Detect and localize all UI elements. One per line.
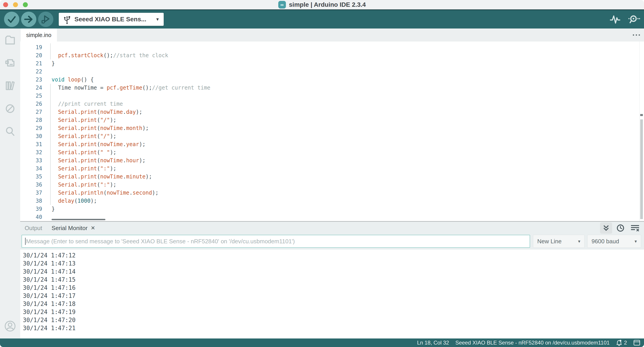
code-line[interactable]: Serial.print(nowTime.month); [52,124,617,132]
verify-button[interactable] [4,12,19,27]
serial-plotter-button[interactable] [608,13,622,26]
library-icon [3,80,17,92]
sidebar-item-sketchbook[interactable] [0,29,20,51]
account-icon [4,320,16,332]
titlebar: ∞ simple | Arduino IDE 2.3.4 [0,0,644,10]
code-line[interactable] [52,213,617,221]
serial-output-line: 30/1/24 1:47:15 [20,276,644,284]
toolbar: Seeed XIAO BLE Sens... ▾ [0,10,644,29]
sidebar-item-search[interactable] [0,120,20,143]
overview-ruler-mark [640,114,643,116]
serial-message-input[interactable]: Message (Enter to send message to 'Seeed… [22,235,530,248]
line-number[interactable]: 34 [20,165,45,173]
line-number[interactable]: 28 [20,116,45,124]
tab-simple-ino[interactable]: simple.ino [21,29,57,42]
line-number[interactable]: 38 [20,197,45,205]
code-line[interactable]: void loop() { [52,76,617,84]
line-number[interactable]: 19 [20,43,45,51]
clear-output-icon [630,224,640,232]
line-number[interactable]: 37 [20,189,45,197]
timestamp-icon [616,224,625,232]
code-line[interactable]: } [52,60,617,68]
tab-output[interactable]: Output [25,225,42,232]
sidebar-item-debug[interactable] [0,97,20,120]
code-line[interactable]: Serial.print(":"); [52,165,617,173]
sidebar-item-account[interactable] [0,316,20,336]
line-number[interactable]: 21 [20,60,45,68]
code-line[interactable] [52,43,617,51]
zoom-window-button[interactable] [23,2,28,7]
collapse-panel-button[interactable] [600,222,612,234]
verify-icon [4,12,19,27]
code-line[interactable]: Serial.print("/"); [52,116,617,124]
serial-output-line: 30/1/24 1:47:21 [20,324,644,332]
minimize-window-button[interactable] [13,2,18,7]
horizontal-scrollbar[interactable] [52,219,106,220]
chevron-down-icon: ▾ [634,239,637,244]
code-line[interactable]: Serial.print(nowTime.day); [52,108,617,116]
usb-icon [64,14,70,24]
line-number[interactable]: 31 [20,140,45,148]
line-number[interactable]: 22 [20,68,45,76]
code-line[interactable]: Serial.print(nowTime.minute); [52,173,617,181]
clear-output-button[interactable] [629,222,641,234]
text-caret [25,238,26,245]
line-number[interactable]: 33 [20,156,45,165]
sidebar-item-library-manager[interactable] [0,74,20,97]
code-line[interactable]: delay(1000); [52,197,617,205]
upload-button[interactable] [21,12,36,27]
serial-output-line: 30/1/24 1:47:12 [20,251,644,259]
code-line[interactable]: Serial.print(nowTime.hour); [52,156,617,165]
line-ending-select[interactable]: New Line ▾ [533,235,584,248]
line-number[interactable]: 36 [20,181,45,189]
close-icon[interactable]: ✕ [90,225,95,231]
line-number[interactable]: 29 [20,124,45,132]
panel-layout-icon [633,339,640,346]
line-number[interactable]: 25 [20,92,45,100]
code-line[interactable]: Serial.print(":"); [52,181,617,189]
code-line[interactable]: Serial.print(nowTime.year); [52,140,617,148]
code-editor[interactable]: 1920212223242526272829303132333435363738… [20,42,644,221]
chevron-down-icon: ▾ [578,239,580,244]
code-line[interactable]: Serial.println(nowTime.second); [52,189,617,197]
debug-icon [38,12,53,27]
tab-serial-monitor[interactable]: Serial Monitor ✕ [52,225,95,232]
line-number[interactable]: 30 [20,132,45,140]
line-number[interactable]: 23 [20,76,45,84]
code-line[interactable]: pcf.startClock();//start the clock [52,51,617,60]
statusbar: Ln 18, Col 32 Seeed XIAO BLE Sense - nRF… [0,338,644,347]
toggle-panel-button[interactable] [633,339,640,346]
notifications-status[interactable]: 2 [616,339,627,346]
search-icon [4,125,16,138]
code-line[interactable]: Serial.print("/"); [52,132,617,140]
line-number[interactable]: 24 [20,84,45,92]
sidebar-item-boards-manager[interactable] [0,51,20,74]
board-icon [4,57,16,69]
line-number[interactable]: 32 [20,148,45,156]
code-line[interactable]: Serial.print(" "); [52,148,617,156]
serial-output-line: 30/1/24 1:47:19 [20,308,644,316]
cursor-position[interactable]: Ln 18, Col 32 [417,339,449,346]
line-number[interactable]: 20 [20,51,45,60]
board-port-status[interactable]: Seeed XIAO BLE Sense - nRF52840 on /dev/… [456,339,610,346]
toggle-timestamp-button[interactable] [614,222,626,234]
close-window-button[interactable] [3,2,8,7]
code-line[interactable]: } [52,205,617,213]
line-number[interactable]: 39 [20,205,45,213]
board-selector[interactable]: Seeed XIAO BLE Sens... ▾ [59,13,164,26]
line-number[interactable]: 27 [20,108,45,116]
code-line[interactable] [52,68,617,76]
serial-monitor-icon [628,13,640,25]
code-line[interactable]: Time nowTime = pcf.getTime();//get curre… [52,84,617,92]
line-number[interactable]: 40 [20,213,45,221]
code-line[interactable] [52,92,617,100]
baud-rate-select[interactable]: 9600 baud ▾ [587,235,641,248]
serial-monitor-button[interactable] [628,13,640,26]
tab-overflow-menu[interactable] [633,29,640,42]
vertical-scrollbar[interactable] [640,119,643,219]
start-debugging-button[interactable] [38,12,53,27]
code-line[interactable]: //print current time [52,100,617,108]
serial-output-area[interactable]: 30/1/24 1:47:1230/1/24 1:47:1330/1/24 1:… [20,250,644,338]
line-number[interactable]: 26 [20,100,45,108]
line-number[interactable]: 35 [20,173,45,181]
